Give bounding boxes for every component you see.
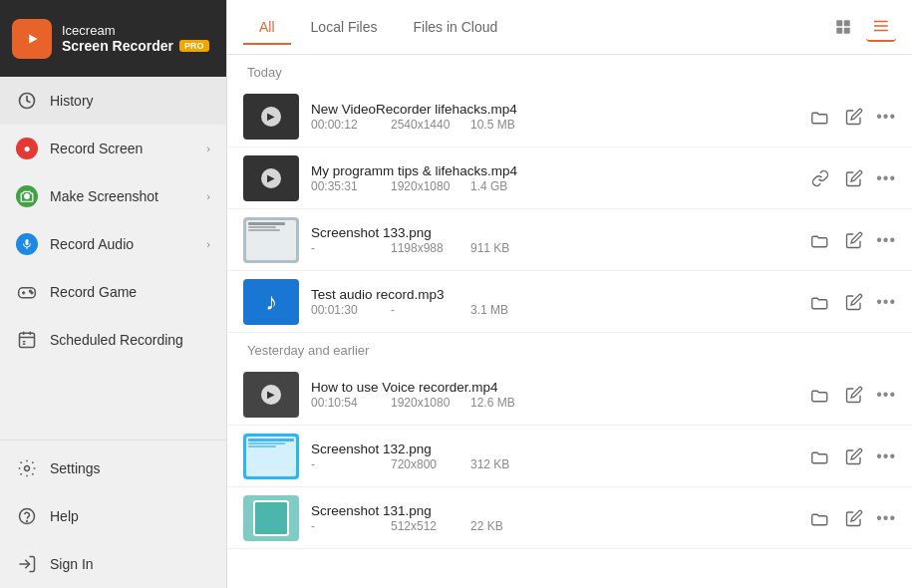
record-screen-icon: ● — [16, 138, 38, 159]
open-folder-icon[interactable] — [808, 228, 832, 252]
app-subtitle: Screen Recorder PRO — [62, 38, 209, 54]
svg-point-3 — [24, 193, 30, 199]
tab-bar: All Local Files Files in Cloud — [227, 0, 912, 55]
svg-rect-27 — [874, 30, 888, 32]
file-thumbnail: ▶ — [243, 155, 299, 201]
sidebar-item-record-game[interactable]: Record Game — [0, 268, 226, 316]
edit-icon[interactable] — [842, 290, 866, 314]
svg-rect-11 — [20, 333, 35, 347]
file-info: New VideoRecorder lifehacks.mp4 00:00:12… — [311, 102, 796, 132]
open-folder-icon[interactable] — [808, 290, 832, 314]
sidebar-item-record-audio[interactable]: Record Audio › — [0, 220, 226, 268]
file-duration: - — [311, 519, 371, 533]
pro-badge: PRO — [179, 40, 209, 52]
file-actions: ••• — [808, 105, 896, 129]
file-info: Screenshot 133.png - 1198x988 911 KB — [311, 225, 796, 255]
svg-rect-26 — [874, 25, 888, 27]
sidebar-item-sign-in[interactable]: Sign In — [0, 540, 226, 588]
file-meta: 00:00:12 2540x1440 10.5 MB — [311, 118, 796, 132]
sidebar-item-settings[interactable]: Settings — [0, 444, 226, 492]
edit-icon[interactable] — [842, 166, 866, 190]
file-size: 10.5 MB — [470, 118, 530, 132]
file-thumbnail: ▶ — [243, 94, 299, 140]
file-actions: ••• — [808, 166, 896, 190]
open-folder-icon[interactable] — [808, 444, 832, 468]
sidebar-item-sign-in-label: Sign In — [50, 556, 94, 572]
file-info: How to use Voice recorder.mp4 00:10:54 1… — [311, 380, 796, 410]
sidebar-item-record-game-label: Record Game — [50, 284, 137, 300]
list-item: Screenshot 133.png - 1198x988 911 KB — [227, 209, 912, 271]
grid-view-button[interactable] — [828, 12, 858, 42]
tab-all[interactable]: All — [243, 11, 291, 45]
more-options-icon[interactable]: ••• — [876, 231, 896, 249]
file-meta: 00:10:54 1920x1080 12.6 MB — [311, 396, 796, 410]
help-icon — [16, 505, 38, 527]
file-size: 12.6 MB — [470, 396, 530, 410]
more-options-icon[interactable]: ••• — [876, 509, 896, 527]
open-folder-icon[interactable] — [808, 105, 832, 129]
file-resolution: 720x800 — [391, 457, 451, 471]
svg-rect-29 — [874, 25, 876, 27]
svg-rect-21 — [836, 20, 842, 26]
file-name: How to use Voice recorder.mp4 — [311, 380, 796, 395]
file-resolution: 512x512 — [391, 519, 451, 533]
edit-icon[interactable] — [842, 506, 866, 530]
sidebar-item-help[interactable]: Help — [0, 492, 226, 540]
file-meta: 00:35:31 1920x1080 1.4 GB — [311, 179, 796, 193]
file-size: 22 KB — [470, 519, 530, 533]
file-thumbnail — [243, 217, 299, 263]
file-resolution: - — [391, 303, 451, 317]
sidebar-item-make-screenshot[interactable]: Make Screenshot › — [0, 172, 226, 220]
edit-icon[interactable] — [842, 383, 866, 407]
file-actions: ••• — [808, 290, 896, 314]
svg-point-10 — [31, 292, 33, 294]
file-actions: ••• — [808, 444, 896, 468]
edit-icon[interactable] — [842, 444, 866, 468]
list-item: ▶ How to use Voice recorder.mp4 00:10:54… — [227, 364, 912, 426]
file-thumbnail — [243, 434, 299, 479]
more-options-icon[interactable]: ••• — [876, 386, 896, 404]
list-item: ▶ New VideoRecorder lifehacks.mp4 00:00:… — [227, 86, 912, 147]
svg-point-19 — [27, 521, 28, 522]
file-actions: ••• — [808, 506, 896, 530]
sidebar-bottom: Settings Help Sign In — [0, 440, 226, 588]
link-icon[interactable] — [808, 166, 832, 190]
sidebar-item-history-label: History — [50, 93, 94, 109]
tab-local-files[interactable]: Local Files — [295, 11, 394, 45]
svg-rect-25 — [874, 21, 888, 23]
sidebar-item-help-label: Help — [50, 508, 79, 524]
open-folder-icon[interactable] — [808, 506, 832, 530]
edit-icon[interactable] — [842, 228, 866, 252]
section-today: Today — [227, 55, 912, 86]
tab-files-in-cloud[interactable]: Files in Cloud — [397, 11, 513, 45]
section-yesterday: Yesterday and earlier — [227, 333, 912, 364]
more-options-icon[interactable]: ••• — [876, 108, 896, 126]
file-resolution: 1920x1080 — [391, 396, 451, 410]
more-options-icon[interactable]: ••• — [876, 169, 896, 187]
file-thumbnail — [243, 495, 299, 541]
file-thumbnail: ▶ — [243, 372, 299, 418]
file-duration: - — [311, 457, 371, 471]
sidebar-item-history[interactable]: History — [0, 77, 226, 125]
file-info: Screenshot 132.png - 720x800 312 KB — [311, 441, 796, 471]
open-folder-icon[interactable] — [808, 383, 832, 407]
sidebar-item-record-screen[interactable]: ● Record Screen › — [0, 125, 226, 172]
file-duration: 00:10:54 — [311, 396, 371, 410]
file-meta: 00:01:30 - 3.1 MB — [311, 303, 796, 317]
file-size: 312 KB — [470, 457, 530, 471]
clock-icon — [16, 90, 38, 112]
svg-point-17 — [25, 466, 30, 471]
sidebar-item-scheduled-recording-label: Scheduled Recording — [50, 332, 183, 348]
file-name: Screenshot 133.png — [311, 225, 796, 240]
file-meta: - 1198x988 911 KB — [311, 241, 796, 255]
file-actions: ••• — [808, 228, 896, 252]
sidebar-item-scheduled-recording[interactable]: Scheduled Recording — [0, 316, 226, 364]
more-options-icon[interactable]: ••• — [876, 447, 896, 465]
list-view-button[interactable] — [866, 12, 896, 42]
make-screenshot-icon — [16, 185, 38, 207]
more-options-icon[interactable]: ••• — [876, 293, 896, 311]
file-info: Screenshot 131.png - 512x512 22 KB — [311, 503, 796, 533]
svg-rect-28 — [874, 21, 876, 23]
list-item: Screenshot 132.png - 720x800 312 KB — [227, 426, 912, 487]
edit-icon[interactable] — [842, 105, 866, 129]
